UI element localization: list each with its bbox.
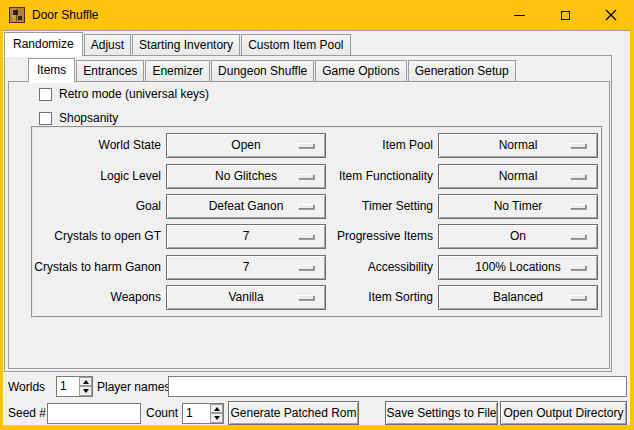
progressive-items-label: Progressive Items — [273, 224, 433, 249]
tab-dungeon-shuffle[interactable]: Dungeon Shuffle — [211, 60, 314, 82]
accessibility-label: Accessibility — [273, 255, 433, 280]
minimize-icon — [514, 15, 525, 16]
dropdown-indicator-icon — [570, 174, 586, 179]
maximize-icon — [561, 11, 570, 20]
count-spin-down-icon[interactable] — [210, 413, 223, 423]
player-names-label: Player names — [97, 376, 170, 398]
dropdown-indicator-icon — [570, 295, 586, 300]
close-button[interactable] — [588, 0, 634, 30]
retro-mode-row: Retro mode (universal keys) — [39, 87, 209, 101]
open-output-directory-button[interactable]: Open Output Directory — [500, 401, 627, 425]
timer-setting-label: Timer Setting — [273, 194, 433, 219]
timer-setting-dropdown[interactable]: No Timer — [438, 194, 598, 219]
crystals-ganon-label: Crystals to harm Ganon — [33, 255, 161, 280]
shopsanity-checkbox[interactable] — [39, 112, 52, 125]
crystals-gt-label: Crystals to open GT — [33, 224, 161, 249]
shopsanity-label: Shopsanity — [59, 111, 118, 125]
goal-label: Goal — [33, 194, 161, 219]
items-tab-pane: Retro mode (universal keys) Shopsanity W… — [8, 81, 610, 369]
logic-level-label: Logic Level — [33, 164, 161, 189]
player-names-input[interactable] — [168, 376, 627, 397]
tab-game-options[interactable]: Game Options — [315, 60, 406, 82]
worlds-label: Worlds — [8, 376, 45, 398]
minimize-button[interactable] — [496, 0, 542, 30]
worlds-spinbox[interactable]: 1 — [56, 376, 93, 397]
main-tab-bar: Randomize Adjust Starting Inventory Cust… — [4, 31, 352, 56]
worlds-spin-up-icon[interactable] — [79, 377, 92, 386]
item-pool-dropdown[interactable]: Normal — [438, 133, 598, 158]
dropdown-indicator-icon — [570, 265, 586, 270]
seed-input[interactable] — [47, 403, 141, 424]
item-sorting-dropdown[interactable]: Balanced — [438, 285, 598, 310]
tab-randomize[interactable]: Randomize — [4, 32, 83, 57]
dropdown-indicator-icon — [570, 234, 586, 239]
title-bar: Door Shuffle — [0, 0, 634, 30]
item-functionality-dropdown[interactable]: Normal — [438, 164, 598, 189]
item-functionality-label: Item Functionality — [273, 164, 433, 189]
shopsanity-row: Shopsanity — [39, 111, 118, 125]
retro-mode-label: Retro mode (universal keys) — [59, 87, 209, 101]
tab-entrances[interactable]: Entrances — [76, 60, 144, 82]
maximize-button[interactable] — [542, 0, 588, 30]
generate-patched-rom-button[interactable]: Generate Patched Rom — [228, 401, 359, 425]
tab-adjust[interactable]: Adjust — [84, 34, 131, 56]
count-spin-up-icon[interactable] — [210, 404, 223, 413]
worlds-spin-down-icon[interactable] — [79, 386, 92, 396]
close-icon — [605, 9, 617, 21]
app-door-icon — [9, 7, 25, 23]
accessibility-dropdown[interactable]: 100% Locations — [438, 255, 598, 280]
window-title: Door Shuffle — [32, 0, 99, 30]
item-sorting-label: Item Sorting — [273, 285, 433, 310]
door-shuffle-window: Door Shuffle Retro mode (universal keys) — [0, 0, 634, 430]
retro-mode-checkbox[interactable] — [39, 88, 52, 101]
tab-generation-setup[interactable]: Generation Setup — [408, 60, 516, 82]
randomize-sub-tab-bar: Items Entrances Enemizer Dungeon Shuffle… — [28, 57, 517, 82]
dropdown-indicator-icon — [570, 143, 586, 148]
weapons-label: Weapons — [33, 285, 161, 310]
seed-label: Seed # — [8, 402, 46, 424]
tab-custom-item-pool[interactable]: Custom Item Pool — [241, 34, 350, 56]
count-spinbox[interactable]: 1 — [182, 403, 224, 424]
item-pool-label: Item Pool — [273, 133, 433, 158]
settings-frame: World State Open Item Pool Normal Logic … — [31, 126, 603, 318]
count-label: Count — [146, 402, 178, 424]
client-area: Retro mode (universal keys) Shopsanity W… — [3, 30, 630, 425]
progressive-items-dropdown[interactable]: On — [438, 224, 598, 249]
tab-items[interactable]: Items — [28, 58, 75, 83]
save-settings-button[interactable]: Save Settings to File — [385, 401, 498, 425]
tab-starting-inventory[interactable]: Starting Inventory — [132, 34, 240, 56]
world-state-label: World State — [33, 133, 161, 158]
dropdown-indicator-icon — [570, 204, 586, 209]
tab-enemizer[interactable]: Enemizer — [145, 60, 210, 82]
